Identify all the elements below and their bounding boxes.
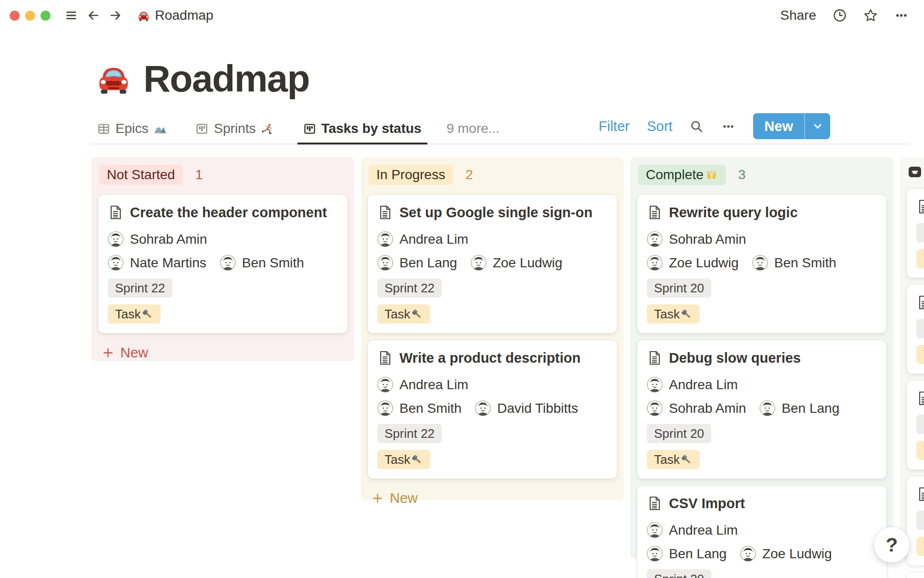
avatar [647, 377, 663, 393]
person-chip: Andrea Lim [647, 377, 738, 393]
tab-epics[interactable]: Epics [91, 118, 172, 144]
page-title-row: Roadmap [95, 57, 924, 101]
task-card[interactable]: Rewrite query logic Sohrab Amin Zoe Ludw… [637, 195, 886, 333]
tab-sprints[interactable]: Sprints [190, 118, 280, 144]
forward-arrow-icon[interactable] [108, 8, 123, 23]
person-chip: Zoe Ludwig [647, 255, 739, 271]
task-card[interactable]: Sprint Task [907, 476, 924, 565]
more-icon[interactable] [721, 119, 736, 133]
column-header[interactable] [907, 164, 924, 179]
task-card[interactable]: Sprint Task [907, 285, 924, 374]
sprint-pill: Sprint 20 [647, 569, 711, 578]
person-chip: Sohrab Amin [647, 231, 746, 247]
hamburger-menu-icon[interactable] [64, 8, 78, 23]
minimize-window-button[interactable] [25, 11, 35, 21]
breadcrumb-title: Roadmap [155, 8, 213, 23]
sprint-pill: Sprint 22 [377, 278, 442, 298]
column-header[interactable]: Complete 3 [637, 164, 886, 185]
view-toolbar: Filter Sort New [599, 113, 830, 144]
task-tag-pill: Task [916, 441, 924, 460]
zoom-window-button[interactable] [40, 11, 51, 21]
task-card[interactable]: CSV Import Andrea Lim Ben Lang Zoe [637, 486, 886, 578]
card-title: Set up Google single sign-on [399, 204, 592, 221]
add-new-card-button[interactable]: New [98, 340, 152, 361]
plus-icon [102, 347, 114, 359]
document-icon [916, 295, 924, 310]
tab-tasks-by-status[interactable]: Tasks by status [297, 118, 427, 144]
document-icon [377, 205, 393, 220]
person-chip: Andrea Lim [377, 377, 468, 393]
task-card[interactable]: Debug slow queries Andrea Lim Sohrab Ami… [637, 340, 886, 479]
close-window-button[interactable] [10, 11, 20, 21]
document-icon [916, 391, 924, 406]
back-arrow-icon[interactable] [86, 8, 101, 23]
table-icon [97, 122, 110, 135]
avatar [647, 231, 663, 247]
search-icon[interactable] [690, 119, 704, 133]
person-chip: Zoe Ludwig [740, 546, 832, 562]
person-chip: Ben Smith [377, 400, 462, 416]
view-tabs: Epics Sprints Tasks by status 9 more... [91, 118, 501, 144]
car-emoji[interactable] [95, 61, 132, 97]
window-controls [10, 11, 51, 21]
more-icon[interactable] [894, 8, 909, 23]
clock-icon[interactable] [833, 8, 847, 23]
avatar [377, 231, 393, 247]
column-count: 1 [195, 167, 203, 183]
filter-button[interactable]: Filter [599, 118, 629, 134]
card-title: Rewrite query logic [669, 204, 798, 221]
sprint-pill: Sprint 22 [377, 424, 442, 443]
avatar [377, 255, 393, 271]
card-title: Create the header component [130, 204, 327, 221]
task-card[interactable]: Sprint Task [907, 381, 924, 470]
document-icon [108, 205, 123, 220]
breadcrumb[interactable]: Roadmap [137, 8, 213, 23]
new-button[interactable]: New [753, 113, 830, 139]
star-icon[interactable] [863, 8, 878, 23]
mountain-emoji [154, 122, 167, 135]
task-tag-pill: Task [377, 304, 430, 324]
avatar [220, 255, 236, 271]
column-count: 3 [738, 167, 746, 183]
avatar [759, 400, 775, 416]
board-icon [195, 122, 208, 135]
chevron-down-icon[interactable] [804, 113, 830, 139]
page-title[interactable]: Roadmap [143, 57, 309, 101]
task-tag-pill: Task [647, 450, 700, 469]
runner-emoji [261, 122, 274, 135]
avatar [647, 255, 663, 271]
status-pill: In Progress [369, 165, 453, 185]
window-topbar: Roadmap Share [0, 0, 924, 31]
person-chip: Sohrab Amin [647, 400, 746, 416]
task-card[interactable]: Sprint [907, 572, 924, 578]
kanban-board: Not Started 1 Create the header componen… [91, 157, 924, 559]
task-tag-pill: Task [916, 537, 924, 556]
add-new-card-button[interactable]: New [368, 486, 422, 506]
avatar [752, 255, 768, 271]
task-card[interactable]: Create the header component Sohrab Amin … [98, 195, 347, 333]
sprint-pill: Sprint 22 [108, 278, 172, 298]
sprint-pill: Sprint 20 [647, 424, 711, 443]
task-card[interactable]: Set up Google single sign-on Andrea Lim … [368, 195, 617, 333]
raising-hands-emoji [705, 169, 718, 182]
person-chip: Ben Smith [220, 255, 304, 271]
tabs-overflow[interactable]: 9 more... [445, 118, 501, 144]
person-chip: Sohrab Amin [108, 231, 207, 247]
column-complete: Complete 3 Rewrite query logic Sohrab Am… [630, 157, 893, 559]
column-header[interactable]: In Progress 2 [368, 164, 617, 185]
task-card[interactable]: Write a product description Andrea Lim B… [368, 340, 617, 479]
share-button[interactable]: Share [780, 8, 816, 23]
task-tag-pill: Task [647, 304, 700, 324]
column-header[interactable]: Not Started 1 [98, 164, 347, 185]
hammer-emoji [411, 454, 423, 466]
sort-button[interactable]: Sort [647, 118, 672, 134]
document-icon [647, 350, 662, 366]
task-card[interactable]: Sprint Task [907, 189, 924, 278]
avatar [471, 255, 487, 271]
help-button[interactable]: ? [874, 527, 910, 563]
view-tabs-row: Epics Sprints Tasks by status 9 more... … [91, 113, 910, 144]
new-button-label[interactable]: New [753, 113, 804, 139]
person-chip: Ben Lang [377, 255, 457, 271]
task-tag-pill: Task [916, 345, 924, 364]
avatar [108, 231, 124, 247]
